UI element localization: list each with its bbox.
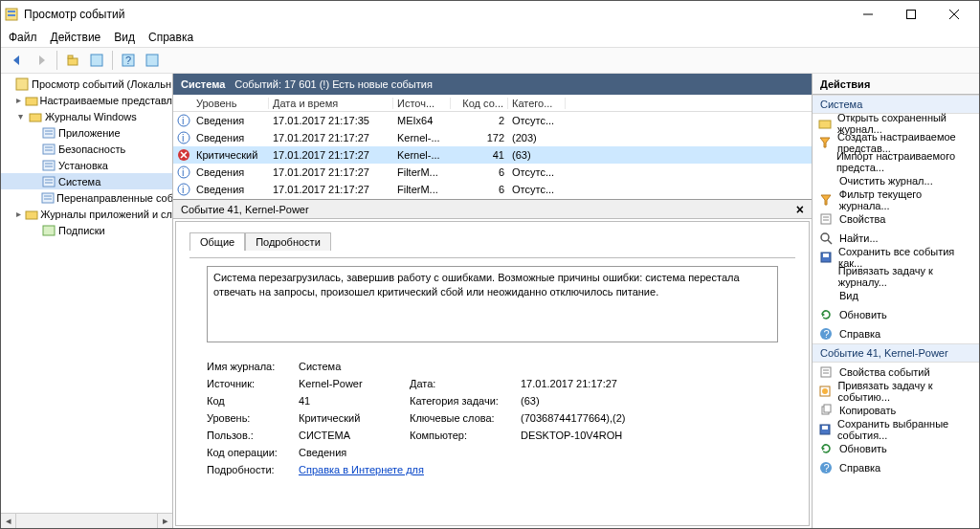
lbl-more: Подробности: <box>207 464 293 475</box>
tree-scrollbar[interactable]: ◂▸ <box>1 513 172 528</box>
action-Копировать[interactable]: Копировать <box>813 401 979 420</box>
tree-item-Перенаправленные соб[interactable]: Перенаправленные соб <box>1 189 172 206</box>
col-datetime[interactable]: Дата и время <box>269 98 393 109</box>
grid-header[interactable]: Уровень Дата и время Источ... Код со... … <box>173 95 812 112</box>
event-count: Событий: 17 601 (!) Есть новые события <box>234 78 433 90</box>
event-row[interactable]: Критический17.01.2017 21:17:27Kernel-...… <box>173 146 812 164</box>
svg-rect-50 <box>819 121 831 128</box>
tree-app-logs[interactable]: ▸ Журналы приложений и сл <box>1 206 172 222</box>
forward-button[interactable] <box>31 50 52 71</box>
toolbar-icon-3[interactable] <box>142 50 163 71</box>
col-category[interactable]: Катего... <box>508 98 566 109</box>
toolbar-icon-2[interactable] <box>86 50 107 71</box>
toolbar-icon-1[interactable] <box>62 50 83 71</box>
menu-file[interactable]: Файл <box>9 31 37 44</box>
svg-text:?: ? <box>125 55 131 66</box>
event-row[interactable]: iСведения17.01.2017 21:17:35MEIx642Отсут… <box>173 112 812 129</box>
action-Обновить[interactable]: Обновить <box>813 305 979 324</box>
online-help-link[interactable]: Справка в Интернете для <box>299 464 778 475</box>
tree-label: Установка <box>58 160 108 171</box>
svg-text:i: i <box>182 166 184 178</box>
tree-item-Установка[interactable]: Установка <box>1 157 172 173</box>
action-Фильтр текущего журнала...[interactable]: Фильтр текущего журнала... <box>813 190 979 209</box>
info-icon: i <box>177 114 190 127</box>
action-Открыть сохраненный журнал...[interactable]: Открыть сохраненный журнал... <box>813 114 979 133</box>
tree-item-Система[interactable]: Система <box>1 173 172 189</box>
tree-root[interactable]: Просмотр событий (Локальн <box>1 76 172 92</box>
col-code[interactable]: Код со... <box>451 98 508 109</box>
action-Найти...[interactable]: Найти... <box>813 229 979 248</box>
action-Привязать задачу к событию...[interactable]: Привязать задачу к событию... <box>813 382 979 401</box>
action-label: Свойства событий <box>839 366 930 378</box>
tree-subscriptions[interactable]: Подписки <box>1 222 172 238</box>
action-Создать настраиваемое представ...[interactable]: Создать настраиваемое представ... <box>813 133 979 152</box>
val-logname: Система <box>299 361 778 372</box>
props-icon <box>818 211 834 227</box>
action-Сохранить выбранные события...[interactable]: Сохранить выбранные события... <box>813 420 979 439</box>
action-label: Привязать задачу к событию... <box>837 380 973 403</box>
cell-level: Сведения <box>192 132 269 143</box>
blank-icon <box>818 288 834 303</box>
props-icon <box>818 364 834 380</box>
action-Вид[interactable]: Вид <box>813 286 979 305</box>
svg-text:?: ? <box>824 328 830 340</box>
svg-point-56 <box>821 233 829 241</box>
tree-custom-views[interactable]: ▸ Настраиваемые представл <box>1 92 172 108</box>
toolbar-help-icon[interactable]: ? <box>118 50 139 71</box>
action-Импорт настраиваемого предста...[interactable]: Импорт настраиваемого предста... <box>813 152 979 171</box>
menu-help[interactable]: Справка <box>148 31 193 44</box>
event-grid[interactable]: Уровень Дата и время Источ... Код со... … <box>173 95 812 200</box>
close-button[interactable] <box>932 1 975 28</box>
tab-general[interactable]: Общие <box>189 232 245 251</box>
cell-datetime: 17.01.2017 21:17:35 <box>269 115 393 126</box>
tree-windows-logs[interactable]: ▾ Журналы Windows <box>1 108 172 124</box>
lbl-opcode: Код операции: <box>207 447 293 458</box>
svg-rect-16 <box>26 98 37 105</box>
action-Привязать задачу к журналу...[interactable]: Привязать задачу к журналу... <box>813 267 979 286</box>
app-icon <box>5 8 18 21</box>
cell-code: 2 <box>451 115 508 126</box>
col-level[interactable]: Уровень <box>192 98 269 109</box>
svg-rect-59 <box>823 253 829 257</box>
action-Обновить[interactable]: Обновить <box>813 439 979 458</box>
svg-rect-15 <box>16 78 28 90</box>
cell-source: FilterM... <box>393 166 451 178</box>
action-Справка[interactable]: ?Справка <box>813 324 979 343</box>
svg-rect-1 <box>8 11 15 12</box>
minimize-button[interactable] <box>846 1 889 28</box>
svg-rect-34 <box>43 226 55 235</box>
tree-label: Журналы Windows <box>45 111 137 122</box>
back-button[interactable] <box>7 50 28 71</box>
lbl-keywords: Ключевые слова: <box>410 412 515 424</box>
cell-cat: (203) <box>508 132 566 143</box>
lbl-comp: Компьютер: <box>410 430 515 441</box>
folder-icon <box>25 93 38 108</box>
tree-item-Безопасность[interactable]: Безопасность <box>1 141 172 157</box>
cell-code: 6 <box>451 184 508 195</box>
action-Свойства событий[interactable]: Свойства событий <box>813 363 979 382</box>
detail-close-icon[interactable]: × <box>796 202 804 217</box>
task-icon <box>818 384 832 399</box>
action-Сохранить все события как...[interactable]: Сохранить все события как... <box>813 248 979 267</box>
maximize-button[interactable] <box>889 1 932 28</box>
tree-item-Приложение[interactable]: Приложение <box>1 124 172 141</box>
action-Свойства[interactable]: Свойства <box>813 209 979 229</box>
action-label: Обновить <box>839 309 887 320</box>
info-icon: i <box>177 131 190 144</box>
tab-details[interactable]: Подробности <box>245 232 331 251</box>
col-source[interactable]: Источ... <box>393 98 451 109</box>
cell-code: 6 <box>451 166 508 178</box>
menu-action[interactable]: Действие <box>51 31 101 44</box>
actions-section-system: Система <box>813 95 979 114</box>
cell-cat: (63) <box>508 149 566 161</box>
tree-label: Безопасность <box>58 143 125 155</box>
event-row[interactable]: iСведения17.01.2017 21:17:27FilterM...6О… <box>173 164 812 181</box>
action-label: Справка <box>839 462 880 474</box>
event-row[interactable]: iСведения17.01.2017 21:17:27FilterM...6О… <box>173 181 812 198</box>
event-row[interactable]: iСведения17.01.2017 21:17:27Kernel-...17… <box>173 129 812 146</box>
action-Справка[interactable]: ?Справка <box>813 458 979 477</box>
action-Очистить журнал...[interactable]: Очистить журнал... <box>813 171 979 190</box>
refresh-icon <box>818 307 834 322</box>
menu-view[interactable]: Вид <box>114 31 135 44</box>
help-icon: ? <box>818 460 834 475</box>
